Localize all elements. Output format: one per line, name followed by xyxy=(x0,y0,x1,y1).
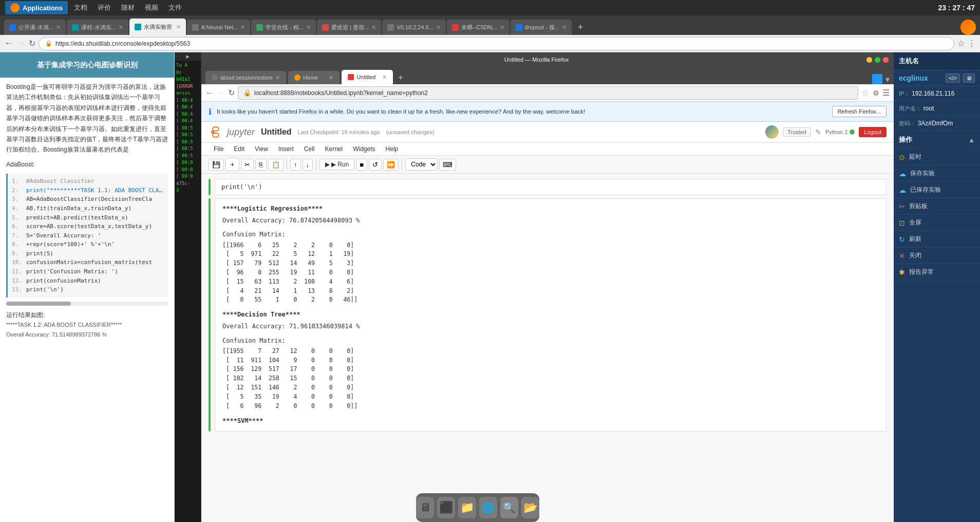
clock: 23 : 27 : 47 xyxy=(938,4,975,12)
ff-reload-btn[interactable]: ↻ xyxy=(228,88,235,98)
menu-file[interactable]: File xyxy=(209,143,229,155)
browser-menu[interactable]: ⋮ xyxy=(968,39,976,48)
ops-expand-icon[interactable]: ▲ xyxy=(968,136,975,144)
taskbar-finder[interactable]: 🖥 xyxy=(416,497,434,518)
browser-tab-3[interactable]: 水滴实验营 ✕ xyxy=(129,18,186,35)
browser-tab-8[interactable]: 未晒--CSDN... ✕ xyxy=(447,20,510,35)
logout-btn[interactable]: Logout xyxy=(859,127,887,137)
tb-cut-btn[interactable]: ✂ xyxy=(241,159,254,171)
saved-icon: ☁ xyxy=(899,186,906,194)
code-block: 1. #AdaBoost Classifier 2. print("******… xyxy=(6,174,168,297)
python-badge: Python 2 xyxy=(825,129,855,135)
ff-bookmark-btn[interactable]: ☆ xyxy=(861,87,870,99)
report-icon: ✱ xyxy=(899,268,905,276)
taskbar-files-btn[interactable]: 📁 xyxy=(458,497,476,518)
logistic-matrix-label: Confusion Matrix: xyxy=(222,230,879,239)
tb-copy-btn[interactable]: ⎘ xyxy=(255,159,267,171)
action-report[interactable]: ✱ 报告异常 xyxy=(894,264,980,281)
forward-button[interactable]: → xyxy=(16,38,26,49)
pwd-label: 密码： xyxy=(899,120,916,126)
taskbar-material[interactable]: 随材 xyxy=(117,1,139,14)
sidebar-content: Boosting是一族可将弱学习器提升为强学习器的算法，这族算法的工作机制类似：… xyxy=(0,78,174,522)
ff-menu-btn[interactable]: ☰ xyxy=(882,88,890,98)
taskbar-folder-btn[interactable]: 📂 xyxy=(521,497,539,518)
taskbar-video[interactable]: 视频 xyxy=(141,1,162,14)
adaboost-label: AdaBoost: xyxy=(6,159,168,170)
monitor-btn[interactable]: 🖥 xyxy=(963,73,975,83)
action-delay[interactable]: ⊙ 延时 xyxy=(894,149,980,165)
tb-up-btn[interactable]: ↑ xyxy=(290,159,301,171)
print-code: print('\n') xyxy=(221,183,262,191)
taskbar-search-btn[interactable]: 🔍 xyxy=(500,497,518,518)
ff-address-bar-row: ← → ↻ 🔒 localhost:8888/notebooks/Untitle… xyxy=(201,84,894,102)
taskbar-doc[interactable]: 文档 xyxy=(70,1,91,14)
keyboard-shortcut-btn[interactable]: ⌨ xyxy=(439,159,456,171)
user-label: 用户名： xyxy=(899,105,921,111)
jupyter-brand: jupyter xyxy=(227,127,255,138)
browser-tab-6[interactable]: 爱彼迎 | 度假... ✕ xyxy=(317,20,381,35)
back-button[interactable]: ← xyxy=(4,38,13,49)
ff-maximize-btn[interactable] xyxy=(875,57,880,63)
code-line-12: 12. print(confusionMatrix) xyxy=(12,276,164,286)
action-fullscreen[interactable]: ⊡ 全屏 xyxy=(894,215,980,231)
ff-tab-session[interactable]: about:sessionrestore ✕ xyxy=(205,71,286,84)
taskbar-files[interactable]: 文件 xyxy=(164,1,186,14)
taskbar-eval[interactable]: 评价 xyxy=(93,1,115,14)
action-save-exp[interactable]: ☁ 保存实验 xyxy=(894,165,980,182)
action-saved-exp[interactable]: ☁ 已保存实验 xyxy=(894,182,980,198)
menu-kernel[interactable]: Kernel xyxy=(320,143,348,155)
action-clipboard[interactable]: ✂ 剪贴板 xyxy=(894,198,980,215)
ff-url-bar[interactable]: 🔒 localhost:8888/notebooks/Untitled.ipyn… xyxy=(238,86,858,100)
fast-fwd-btn[interactable]: ⏩ xyxy=(383,159,399,171)
menu-help[interactable]: Help xyxy=(381,143,404,155)
cell-type-select[interactable]: Code xyxy=(405,158,438,171)
browser-tab-9[interactable]: dropout - 搜... ✕ xyxy=(511,20,572,35)
browser-tab-7[interactable]: V0.10.2.24.5... ✕ xyxy=(382,20,446,35)
action-refresh[interactable]: ↻ 刷新 xyxy=(894,231,980,248)
bookmark-star[interactable]: ☆ xyxy=(957,39,965,48)
refresh-firefox-btn[interactable]: Refresh Firefox... xyxy=(832,106,887,117)
action-close[interactable]: ✕ 关闭 xyxy=(894,248,980,264)
taskbar-app-menu[interactable]: Applications xyxy=(5,1,68,14)
ff-minimize-btn[interactable] xyxy=(866,57,872,63)
edit-icon[interactable]: ✎ xyxy=(815,128,821,136)
browser-tab-4[interactable]: A Neural Net... ✕ xyxy=(187,20,251,35)
saved-label: 已保存实验 xyxy=(910,185,941,194)
address-bar-row: ← → ↻ 🔒 https://edu.shuidilab.cn/console… xyxy=(0,35,980,52)
browser-tab-2[interactable]: 课程-水滴实... ✕ xyxy=(67,20,128,35)
browser-tab-5[interactable]: 学堂在线 - 精... ✕ xyxy=(251,20,316,35)
tb-paste-btn[interactable]: 📋 xyxy=(268,159,284,171)
menu-view[interactable]: View xyxy=(250,143,273,155)
run-btn[interactable]: ▶▶ Run xyxy=(319,159,354,170)
stop-btn[interactable]: ■ xyxy=(356,159,367,171)
ff-tab-untitled[interactable]: Untitled ✕ xyxy=(342,70,393,84)
address-bar[interactable]: 🔒 https://edu.shuidilab.cn/console/expde… xyxy=(39,37,954,50)
code-view-btn[interactable]: </> xyxy=(946,73,960,83)
menu-edit[interactable]: Edit xyxy=(229,143,250,155)
ff-close-btn[interactable] xyxy=(883,57,889,63)
code-line-5: 5. predict=AB.predict(testData_x) xyxy=(12,213,164,222)
trusted-btn[interactable]: Trusted xyxy=(783,127,811,137)
ff-tab-home[interactable]: Home ✕ xyxy=(288,71,340,84)
ff-back-btn[interactable]: ← xyxy=(205,88,214,98)
browser-tab-1[interactable]: 公开课-水滴... ✕ xyxy=(4,20,66,35)
taskbar-network-btn[interactable]: 🌐 xyxy=(479,497,497,518)
menu-widgets[interactable]: Widgets xyxy=(348,143,380,155)
terminal-panel: ▶ To A Or b41a1 [ERROR arsin [ 08:4 [ 08… xyxy=(175,52,201,522)
delay-label: 延时 xyxy=(909,153,921,161)
ff-settings-btn[interactable]: ⚙ xyxy=(873,89,879,97)
tb-save-btn[interactable]: 💾 xyxy=(209,159,224,171)
ff-new-tab-btn[interactable]: + xyxy=(394,71,407,84)
tb-down-btn[interactable]: ↓ xyxy=(303,159,313,171)
reload-button[interactable]: ↻ xyxy=(29,39,35,48)
taskbar-terminal-btn[interactable]: ⬛ xyxy=(437,497,455,518)
ff-fwd-btn[interactable]: → xyxy=(217,88,225,98)
new-tab-button[interactable]: + xyxy=(574,20,588,35)
menu-cell[interactable]: Cell xyxy=(299,143,320,155)
tb-add-btn[interactable]: ＋ xyxy=(225,158,239,171)
restart-btn[interactable]: ↺ xyxy=(369,159,382,171)
rs-ops-section: 操作 ▲ xyxy=(894,131,980,149)
tb-sep1 xyxy=(287,158,287,171)
menu-insert[interactable]: Insert xyxy=(273,143,299,155)
jupyter-header: jupyter Untitled Last Checkpoint: 16 min… xyxy=(201,122,894,143)
